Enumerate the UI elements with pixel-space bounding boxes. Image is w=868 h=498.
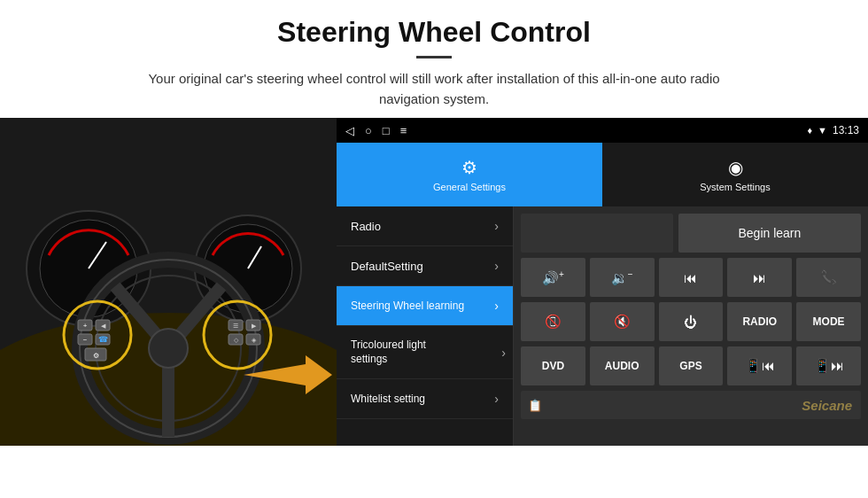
audio-label: AUDIO: [605, 360, 639, 372]
hangup-button[interactable]: 📵: [521, 302, 585, 341]
signal-icon: ▼: [818, 125, 827, 136]
begin-learn-row: Begin learn: [521, 214, 861, 253]
svg-text:☎: ☎: [98, 335, 108, 344]
page-header: Steering Wheel Control Your original car…: [0, 0, 868, 118]
mute-button[interactable]: 🔇: [590, 302, 655, 341]
page-title: Steering Wheel Control: [35, 16, 833, 49]
gps-label: GPS: [679, 360, 701, 372]
status-bar: ◁ ○ □ ≡ ♦ ▼ 13:13: [337, 118, 868, 143]
svg-text:+: +: [83, 322, 88, 330]
tel-next-icon: 📱⏭: [814, 358, 844, 374]
begin-learn-button[interactable]: Begin learn: [678, 214, 861, 253]
page-subtitle: Your original car's steering wheel contr…: [124, 69, 744, 109]
menu-item-steering[interactable]: Steering Wheel learning ›: [337, 286, 513, 326]
right-panel: Begin learn 🔊+ 🔉− ⏮ ⏭: [514, 206, 868, 446]
radio-button[interactable]: RADIO: [727, 302, 792, 341]
phone-icon: 📞: [820, 269, 837, 285]
status-bar-left: ◁ ○ □ ≡: [345, 124, 407, 137]
audio-button[interactable]: AUDIO: [590, 346, 655, 385]
vol-up-button[interactable]: 🔊+: [521, 258, 585, 297]
gps-icon: ♦: [807, 125, 812, 136]
controls-row1: 🔊+ 🔉− ⏮ ⏭ 📞: [521, 258, 861, 297]
tab-system-settings[interactable]: ◉ System Settings: [602, 143, 868, 206]
mute-icon: 🔇: [614, 314, 631, 330]
doc-icon: 📋: [528, 399, 542, 412]
menu-item-default[interactable]: DefaultSetting ›: [337, 246, 513, 286]
main-content: Radio › DefaultSetting › Steering Wheel …: [337, 206, 868, 446]
car-image-svg: + ◀ − ☎ ⚙ ☰ ▶ ◇ ◈: [0, 118, 337, 446]
vol-down-icon: 🔉−: [611, 269, 633, 286]
svg-text:−: −: [83, 336, 88, 344]
menu-item-tricoloured[interactable]: Tricoloured lightsettings ›: [337, 326, 513, 379]
recents-icon[interactable]: □: [383, 124, 390, 137]
tab-system-label: System Settings: [700, 182, 770, 192]
controls-row2: 📵 🔇 ⏻ RADIO MODE: [521, 302, 861, 341]
system-icon: ◉: [728, 157, 743, 178]
power-icon: ⏻: [684, 315, 697, 330]
gear-icon: ⚙: [461, 157, 477, 178]
dvd-button[interactable]: DVD: [521, 346, 585, 385]
tel-prev-icon: 📱⏮: [745, 358, 775, 374]
menu-tricoloured-arrow: ›: [501, 346, 506, 360]
dvd-label: DVD: [542, 360, 564, 372]
mode-label: MODE: [813, 315, 845, 328]
prev-track-button[interactable]: ⏮: [659, 258, 724, 297]
controls-row3: DVD AUDIO GPS 📱⏮ 📱⏭: [521, 346, 861, 385]
svg-text:☰: ☰: [233, 323, 238, 329]
watermark-row: 📋 Seicane: [521, 391, 861, 419]
menu-item-whitelist[interactable]: Whitelist setting ›: [337, 379, 513, 419]
tab-general-settings[interactable]: ⚙ General Settings: [337, 143, 602, 206]
car-image-area: + ◀ − ☎ ⚙ ☰ ▶ ◇ ◈: [0, 118, 337, 446]
vol-up-icon: 🔊+: [542, 269, 564, 286]
menu-whitelist-arrow: ›: [494, 392, 499, 406]
tel-next-button[interactable]: 📱⏭: [796, 346, 861, 385]
status-bar-right: ♦ ▼ 13:13: [807, 124, 859, 136]
content-area: + ◀ − ☎ ⚙ ☰ ▶ ◇ ◈: [0, 118, 868, 446]
left-menu: Radio › DefaultSetting › Steering Wheel …: [337, 206, 514, 446]
tel-prev-button[interactable]: 📱⏮: [727, 346, 792, 385]
radio-label: RADIO: [742, 315, 777, 328]
nav-tabs: ⚙ General Settings ◉ System Settings: [337, 143, 868, 206]
menu-whitelist-label: Whitelist setting: [351, 393, 425, 405]
tab-general-label: General Settings: [433, 182, 506, 192]
svg-text:⚙: ⚙: [93, 352, 99, 360]
gps-button[interactable]: GPS: [659, 346, 724, 385]
menu-tricoloured-label: Tricoloured lightsettings: [351, 338, 426, 366]
vol-down-button[interactable]: 🔉−: [590, 258, 655, 297]
hangup-icon: 📵: [545, 314, 562, 330]
menu-radio-label: Radio: [351, 220, 381, 233]
menu-item-radio[interactable]: Radio ›: [337, 206, 513, 246]
prev-icon: ⏮: [684, 270, 697, 285]
mode-button[interactable]: MODE: [796, 302, 861, 341]
time-display: 13:13: [833, 124, 859, 136]
menu-steering-label: Steering Wheel learning: [351, 300, 464, 312]
home-icon[interactable]: ○: [365, 124, 372, 137]
menu-steering-arrow: ›: [494, 299, 499, 313]
menu-icon[interactable]: ≡: [400, 124, 407, 137]
title-divider: [416, 56, 452, 58]
back-icon[interactable]: ◁: [345, 124, 354, 137]
seicane-watermark: Seicane: [802, 398, 852, 413]
empty-slot: [521, 214, 673, 253]
menu-default-arrow: ›: [494, 259, 499, 273]
next-icon: ⏭: [753, 270, 766, 285]
svg-point-14: [149, 329, 188, 368]
power-button[interactable]: ⏻: [659, 302, 724, 341]
next-track-button[interactable]: ⏭: [727, 258, 792, 297]
menu-radio-arrow: ›: [494, 219, 499, 233]
android-ui: ◁ ○ □ ≡ ♦ ▼ 13:13 ⚙ General Settings ◉ S…: [337, 118, 868, 446]
phone-button[interactable]: 📞: [796, 258, 861, 297]
menu-default-label: DefaultSetting: [351, 260, 423, 273]
